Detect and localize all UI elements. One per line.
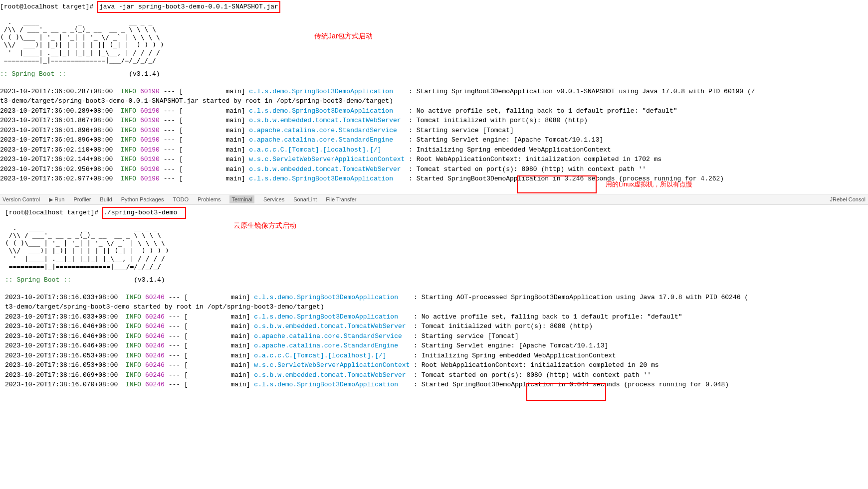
log-line: 2023-10-20T17:38:16.046+08:00 INFO 60246… bbox=[5, 341, 868, 351]
log-output-2: 2023-10-20T17:38:16.033+08:00 INFO 60246… bbox=[5, 293, 868, 390]
log-line: 2023-10-20T17:38:16.046+08:00 INFO 60246… bbox=[5, 331, 868, 341]
toolbar-services[interactable]: Services bbox=[263, 195, 284, 204]
toolbar-build[interactable]: Build bbox=[100, 195, 112, 204]
command-highlight-1: java -jar spring-boot3-demo-0.0.1-SNAPSH… bbox=[97, 1, 280, 13]
log-line: t3-demo/target/spring-boot3-demo-0.0.1-S… bbox=[0, 96, 868, 106]
log-line: 2023-10-20T17:38:16.053+08:00 INFO 60246… bbox=[5, 351, 868, 361]
annotation-1: 传统Jar包方式启动 bbox=[314, 31, 373, 41]
toolbar-file-transfer[interactable]: File Transfer bbox=[326, 195, 356, 204]
toolbar-jrebel[interactable]: JRebel Consol bbox=[830, 195, 866, 204]
shell-prompt-2: [root@localhost target]# bbox=[5, 209, 98, 216]
toolbar-terminal[interactable]: Terminal bbox=[229, 195, 254, 204]
toolbar-python-packages[interactable]: Python Packages bbox=[121, 195, 164, 204]
log-line: 2023-10-20T17:38:16.046+08:00 INFO 60246… bbox=[5, 322, 868, 331]
log-line: 2023-10-20T17:36:02.110+08:00 INFO 60190… bbox=[0, 145, 868, 155]
toolbar-todo[interactable]: TODO bbox=[173, 195, 189, 204]
spring-version-2: (v3.1.4) bbox=[134, 276, 165, 284]
log-line: 2023-10-20T17:36:01.896+08:00 INFO 60190… bbox=[0, 135, 868, 145]
annotation-2: 云原生镜像方式启动 bbox=[233, 220, 296, 231]
log-line: 2023-10-20T17:36:00.287+08:00 INFO 60190… bbox=[0, 87, 868, 97]
log-line: 2023-10-20T17:38:16.070+08:00 INFO 60246… bbox=[5, 380, 868, 390]
log-line: 2023-10-20T17:36:01.896+08:00 INFO 60190… bbox=[0, 126, 868, 136]
toolbar-profiler[interactable]: Profiler bbox=[73, 195, 91, 204]
spring-boot-banner-2: . ____ _ __ _ _ /\\ / ___'_ __ _ _(_)_ _… bbox=[5, 224, 868, 271]
annotation-note-1: 用的Linux虚拟机，所以有点慢 bbox=[606, 179, 692, 189]
log-line: 2023-10-20T17:36:02.977+08:00 INFO 60190… bbox=[0, 174, 868, 184]
command-highlight-2: ./spring-boot3-demo bbox=[102, 207, 186, 219]
terminal-section-2: [root@localhost target]# ./spring-boot3-… bbox=[0, 206, 868, 391]
shell-prompt-1: [root@localhost target]# bbox=[0, 3, 93, 10]
ide-toolbar: Version Control ▶ Run Profiler Build Pyt… bbox=[0, 194, 868, 205]
toolbar-run[interactable]: ▶ Run bbox=[49, 195, 64, 204]
toolbar-problems[interactable]: Problems bbox=[198, 195, 220, 204]
command-text-1: java -jar spring-boot3-demo-0.0.1-SNAPSH… bbox=[99, 3, 278, 10]
spring-boot-label-1: :: Spring Boot :: bbox=[0, 70, 66, 78]
log-line: 2023-10-20T17:38:16.053+08:00 INFO 60246… bbox=[5, 360, 868, 370]
log-line: 2023-10-20T17:38:16.069+08:00 INFO 60246… bbox=[5, 370, 868, 380]
log-line: 2023-10-20T17:36:02.144+08:00 INFO 60190… bbox=[0, 155, 868, 164]
spring-version-1: (v3.1.4) bbox=[129, 70, 160, 78]
terminal-section-1: [root@localhost target]# java -jar sprin… bbox=[0, 0, 868, 185]
spring-boot-banner-1: . ____ _ __ _ _ /\\ / ___'_ __ _ _(_)_ _… bbox=[0, 18, 868, 65]
toolbar-sonarlint[interactable]: SonarLint bbox=[293, 195, 317, 204]
spring-boot-version-line-1: :: Spring Boot :: (v3.1.4) bbox=[0, 69, 868, 79]
log-line: 2023-10-20T17:36:02.956+08:00 INFO 60190… bbox=[0, 164, 868, 174]
command-line-2: [root@localhost target]# ./spring-boot3-… bbox=[5, 207, 868, 219]
spring-boot-label-2: :: Spring Boot :: bbox=[5, 276, 71, 284]
command-line-1: [root@localhost target]# java -jar sprin… bbox=[0, 1, 868, 13]
command-text-2: ./spring-boot3-demo bbox=[103, 209, 177, 216]
log-line: 2023-10-20T17:36:00.289+08:00 INFO 60190… bbox=[0, 106, 868, 116]
log-line: 2023-10-20T17:38:16.033+08:00 INFO 60246… bbox=[5, 293, 868, 303]
spring-boot-version-line-2: :: Spring Boot :: (v3.1.4) bbox=[5, 275, 868, 285]
log-line: 2023-10-20T17:38:16.033+08:00 INFO 60246… bbox=[5, 312, 868, 322]
log-line: 2023-10-20T17:36:01.867+08:00 INFO 60190… bbox=[0, 116, 868, 126]
log-line: t3-demo/target/spring-boot3-demo started… bbox=[5, 302, 868, 312]
log-output-1: 2023-10-20T17:36:00.287+08:00 INFO 60190… bbox=[0, 87, 868, 184]
toolbar-version-control[interactable]: Version Control bbox=[2, 195, 40, 204]
